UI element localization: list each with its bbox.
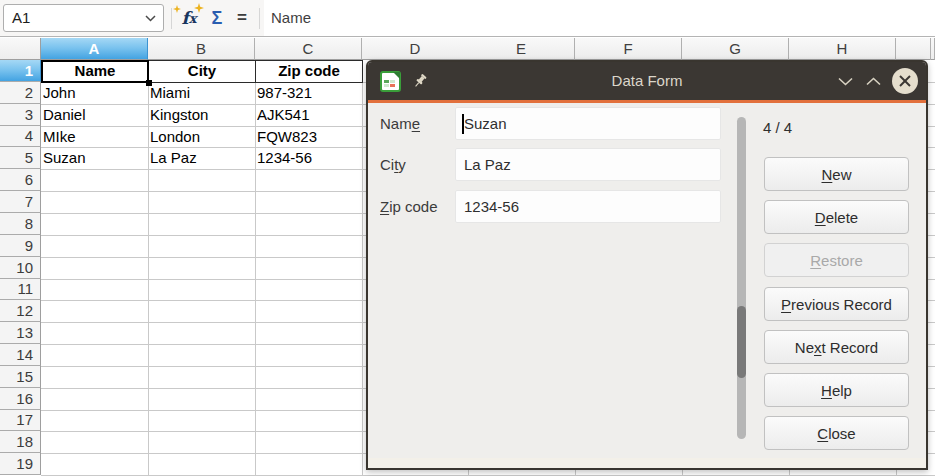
help-button[interactable]: Help <box>764 373 909 407</box>
row-header-1[interactable]: 1 <box>0 60 41 82</box>
form-scrollbar[interactable] <box>737 117 746 439</box>
column-header-e[interactable]: E <box>468 38 575 60</box>
city-field-label: City <box>380 156 406 173</box>
data-form-dialog: Data Form NameSuzanCityLa PazZip code123… <box>366 60 928 470</box>
row-header-6[interactable]: 6 <box>0 169 41 191</box>
formula-input[interactable] <box>264 0 935 36</box>
row-header-5[interactable]: 5 <box>0 147 41 169</box>
table-header-border <box>148 60 256 83</box>
zip-code-field[interactable]: 1234-56 <box>455 190 721 223</box>
dialog-footer <box>368 458 926 468</box>
next-record-button[interactable]: Next Record <box>764 330 909 364</box>
cell-B2[interactable]: Miami <box>150 82 254 104</box>
text-caret <box>462 114 464 134</box>
cell-B4[interactable]: London <box>150 126 254 148</box>
name-field-label: Name <box>380 115 420 132</box>
libreoffice-calc-window: A1 fx Σ = Name ABCDEFGH 1234567891011121… <box>0 0 935 476</box>
row-header-2[interactable]: 2 <box>0 82 41 104</box>
chevron-down-icon[interactable] <box>145 15 156 22</box>
cell-C2[interactable]: 987-321 <box>257 82 361 104</box>
column-header-a[interactable]: A <box>41 38 148 60</box>
row-header-12[interactable]: 12 <box>0 300 41 322</box>
row-header-18[interactable]: 18 <box>0 431 41 453</box>
cell-A2[interactable]: John <box>43 82 147 104</box>
name-box-value: A1 <box>12 9 30 26</box>
column-header-h[interactable]: H <box>789 38 896 60</box>
row-header-3[interactable]: 3 <box>0 104 41 126</box>
zip-code-field-label: Zip code <box>380 198 438 215</box>
column-header-b[interactable]: B <box>148 38 255 60</box>
selection-handle[interactable] <box>146 80 152 86</box>
delete-button[interactable]: Delete <box>764 200 909 234</box>
chevron-down-icon[interactable] <box>836 62 854 100</box>
close-button[interactable]: Close <box>764 416 909 450</box>
previous-record-button[interactable]: Previous Record <box>764 287 909 321</box>
separator <box>259 8 260 29</box>
cell-A4[interactable]: MIke <box>43 126 147 148</box>
select-all-corner[interactable] <box>0 38 41 60</box>
row-header-4[interactable]: 4 <box>0 126 41 147</box>
row-header-17[interactable]: 17 <box>0 410 41 431</box>
cell-C4[interactable]: FQW823 <box>257 126 361 148</box>
grid-line <box>362 60 363 475</box>
restore-button: Restore <box>764 243 909 277</box>
scrollbar-thumb[interactable] <box>737 306 746 378</box>
chevron-up-icon[interactable] <box>864 62 882 100</box>
row-header-15[interactable]: 15 <box>0 366 41 388</box>
column-header-d[interactable]: D <box>362 38 469 60</box>
row-header-14[interactable]: 14 <box>0 344 41 366</box>
cell-A5[interactable]: Suzan <box>43 147 147 169</box>
cell-C3[interactable]: AJK541 <box>257 104 361 126</box>
row-header-13[interactable]: 13 <box>0 322 41 344</box>
row-header-16[interactable]: 16 <box>0 388 41 410</box>
function-wizard-icon[interactable]: fx <box>176 0 202 36</box>
sum-icon[interactable]: Σ <box>206 0 228 36</box>
name-box[interactable]: A1 <box>3 4 164 32</box>
grid-line <box>255 60 256 475</box>
cell-A3[interactable]: Daniel <box>43 104 147 126</box>
row-header-7[interactable]: 7 <box>0 191 41 213</box>
column-header-f[interactable]: F <box>575 38 682 60</box>
row-header-10[interactable]: 10 <box>0 257 41 279</box>
row-header-11[interactable]: 11 <box>0 279 41 300</box>
table-header-border <box>255 60 363 83</box>
dialog-titlebar[interactable]: Data Form <box>368 62 926 100</box>
city-field[interactable]: La Paz <box>455 148 721 181</box>
close-icon[interactable] <box>892 68 918 94</box>
cell-B5[interactable]: La Paz <box>150 147 254 169</box>
header-divider <box>930 38 931 60</box>
record-counter: 4 / 4 <box>763 119 792 136</box>
equals-icon[interactable]: = <box>232 0 252 36</box>
dialog-body: NameSuzanCityLa PazZip code1234-56 4 / 4… <box>368 103 926 468</box>
formula-content[interactable]: Name <box>271 0 311 36</box>
new-button[interactable]: New <box>764 157 909 191</box>
formula-bar: A1 fx Σ = Name <box>0 0 935 37</box>
column-header-c[interactable]: C <box>255 38 362 60</box>
grid-line <box>148 60 149 475</box>
selected-cell-outline <box>41 60 149 83</box>
separator <box>171 8 172 29</box>
row-header-8[interactable]: 8 <box>0 213 41 235</box>
column-header-g[interactable]: G <box>682 38 789 60</box>
row-header-19[interactable]: 19 <box>0 453 41 475</box>
name-field[interactable]: Suzan <box>455 107 721 140</box>
cell-B3[interactable]: Kingston <box>150 104 254 126</box>
row-header-9[interactable]: 9 <box>0 235 41 257</box>
cell-C5[interactable]: 1234-56 <box>257 147 361 169</box>
